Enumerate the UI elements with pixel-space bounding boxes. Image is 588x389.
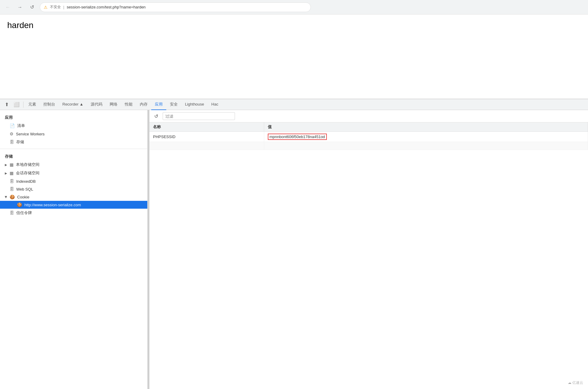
sidebar-item-trust-tokens-label: 信任令牌 xyxy=(16,210,32,216)
trust-tokens-icon: 🗄 xyxy=(10,210,14,215)
page-content: harden xyxy=(0,14,588,99)
cookie-arrow: ▶ xyxy=(5,196,8,198)
tab-recorder[interactable]: Recorder ▲ xyxy=(59,99,87,110)
sidebar-item-local-storage-label: 本地存储空间 xyxy=(16,162,39,167)
sidebar-item-manifest-label: 清单 xyxy=(17,123,25,128)
devtools-main-content: ↺ 名称 值 PHPSESSID xyxy=(149,110,588,389)
tab-separator xyxy=(23,102,23,108)
tab-sources[interactable]: 源代码 xyxy=(87,99,106,110)
url-text: session-serialize.com/test.php?name=hard… xyxy=(67,5,145,9)
warning-icon: ⚠ xyxy=(44,5,48,10)
sidebar-item-service-workers-label: Service Workers xyxy=(16,132,45,136)
tab-hac[interactable]: Hac xyxy=(208,99,222,110)
cookie-url-icon: 🍪 xyxy=(17,202,22,207)
column-header-name: 名称 xyxy=(149,122,264,132)
tab-memory[interactable]: 内存 xyxy=(136,99,151,110)
empty-cell-value xyxy=(264,142,588,150)
web-sql-icon: 🗄 xyxy=(10,187,14,191)
filter-input[interactable] xyxy=(163,112,235,120)
devtools-panel: ⬆ ⬜ 元素 控制台 Recorder ▲ 源代码 网络 性能 内存 应用 安全… xyxy=(0,99,588,389)
storage-icon: 🗄 xyxy=(10,140,14,144)
sidebar-item-session-storage[interactable]: ▶ ▦ 会话存储空间 xyxy=(0,169,147,177)
sidebar-item-cookie-label: Cookie xyxy=(17,195,29,199)
cookie-data-table: 名称 值 PHPSESSID mpnnbont606f50eb178na451o… xyxy=(149,122,588,389)
devtools-sidebar: 应用 📄 清单 ⚙ Service Workers 🗄 存储 存储 ▶ ▦ 本地… xyxy=(0,110,148,389)
manifest-icon: 📄 xyxy=(10,123,15,128)
cookie-icon: 🍪 xyxy=(10,194,15,199)
sidebar-item-storage-label: 存储 xyxy=(16,139,24,145)
sidebar-item-indexeddb[interactable]: 🗄 IndexedDB xyxy=(0,177,147,185)
column-header-value: 值 xyxy=(264,122,588,132)
sidebar-item-session-storage-label: 会话存储空间 xyxy=(16,170,39,176)
sidebar-item-cookie-url[interactable]: 🍪 http://www.session-serialize.com xyxy=(0,201,147,209)
url-separator: | xyxy=(63,5,64,9)
cookie-table: 名称 值 PHPSESSID mpnnbont606f50eb178na451o… xyxy=(149,122,588,150)
sidebar-item-cookie-expandable[interactable]: ▶ 🍪 Cookie xyxy=(0,193,147,201)
address-bar: ⚠ 不安全 | session-serialize.com/test.php?n… xyxy=(40,2,311,12)
refresh-button[interactable]: ↺ xyxy=(152,112,160,120)
devtools-tabs: ⬆ ⬜ 元素 控制台 Recorder ▲ 源代码 网络 性能 内存 应用 安全… xyxy=(0,99,588,110)
page-title: harden xyxy=(7,21,581,30)
sidebar-item-service-workers[interactable]: ⚙ Service Workers xyxy=(0,130,147,138)
filter-bar: ↺ xyxy=(149,110,588,122)
sidebar-divider-1 xyxy=(0,149,147,149)
sidebar-section-application: 应用 xyxy=(0,112,147,122)
sidebar-item-local-storage[interactable]: ▶ ▦ 本地存储空间 xyxy=(0,160,147,169)
empty-cell-name xyxy=(149,142,264,150)
sidebar-item-web-sql[interactable]: 🗄 Web SQL xyxy=(0,185,147,193)
table-row[interactable]: PHPSESSID mpnnbont606f50eb178na451od xyxy=(149,132,588,142)
tab-security[interactable]: 安全 xyxy=(166,99,181,110)
table-row-empty xyxy=(149,142,588,150)
tab-application[interactable]: 应用 xyxy=(151,99,166,110)
back-button[interactable]: ← xyxy=(4,3,12,11)
local-storage-icon: ▦ xyxy=(10,162,14,167)
session-storage-arrow: ▶ xyxy=(5,172,7,175)
indexeddb-icon: 🗄 xyxy=(10,179,14,184)
sidebar-item-manifest[interactable]: 📄 清单 xyxy=(0,122,147,130)
sidebar-item-cookie-url-label: http://www.session-serialize.com xyxy=(24,203,81,207)
table-header-row: 名称 值 xyxy=(149,122,588,132)
browser-chrome: ← → ↺ ⚠ 不安全 | session-serialize.com/test… xyxy=(0,0,588,14)
sidebar-item-web-sql-label: Web SQL xyxy=(16,187,33,191)
cookie-value-cell: mpnnbont606f50eb178na451od xyxy=(264,132,588,142)
tab-performance[interactable]: 性能 xyxy=(121,99,136,110)
box-tool-icon[interactable]: ⬜ xyxy=(11,99,22,110)
watermark: ☁ 亿速云 xyxy=(568,380,583,385)
cookie-value-highlighted: mpnnbont606f50eb178na451od xyxy=(268,134,327,140)
local-storage-arrow: ▶ xyxy=(5,163,7,166)
devtools-body: 应用 📄 清单 ⚙ Service Workers 🗄 存储 存储 ▶ ▦ 本地… xyxy=(0,110,588,389)
tab-network[interactable]: 网络 xyxy=(106,99,121,110)
sidebar-item-storage[interactable]: 🗄 存储 xyxy=(0,138,147,146)
sidebar-section-storage: 存储 xyxy=(0,151,147,160)
reload-button[interactable]: ↺ xyxy=(28,3,36,11)
cookie-name-cell: PHPSESSID xyxy=(149,132,264,142)
security-label: 不安全 xyxy=(50,5,61,10)
service-workers-icon: ⚙ xyxy=(10,131,14,136)
tab-console[interactable]: 控制台 xyxy=(40,99,59,110)
cursor-tool-icon[interactable]: ⬆ xyxy=(2,99,11,110)
sidebar-item-indexeddb-label: IndexedDB xyxy=(16,179,36,184)
tab-lighthouse[interactable]: Lighthouse xyxy=(181,99,208,110)
sidebar-item-trust-tokens[interactable]: 🗄 信任令牌 xyxy=(0,209,147,217)
forward-button[interactable]: → xyxy=(16,3,24,11)
tab-elements[interactable]: 元素 xyxy=(25,99,40,110)
session-storage-icon: ▦ xyxy=(10,171,14,176)
